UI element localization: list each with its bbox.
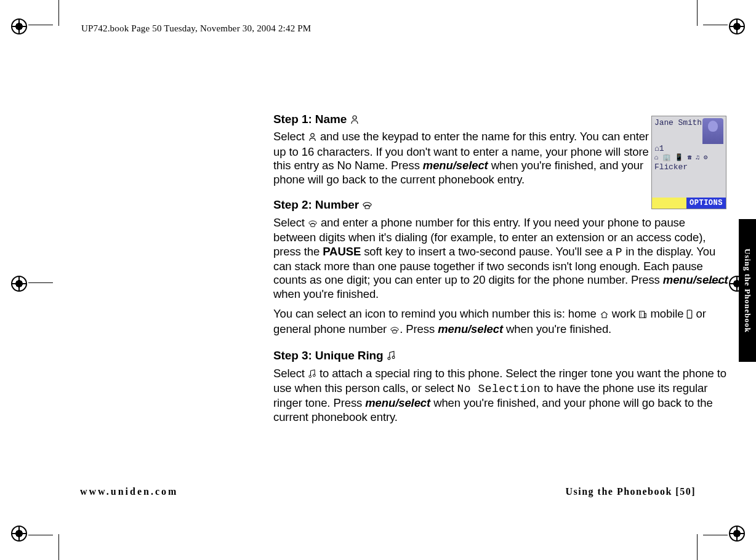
phone-row: ⌂1	[654, 144, 723, 154]
music-note-icon	[308, 368, 316, 382]
work-icon	[638, 308, 647, 322]
key-label: menu/select	[365, 396, 430, 409]
telephone-icon	[390, 324, 400, 338]
svg-point-1	[311, 134, 315, 137]
crop-line	[697, 534, 698, 560]
step2-title: Step 2: Number	[273, 198, 362, 211]
crop-line	[28, 282, 53, 283]
footer-url: www.uniden.com	[80, 486, 178, 497]
svg-rect-9	[688, 310, 693, 318]
page: UP742.book Page 50 Tuesday, November 30,…	[55, 15, 708, 530]
crop-mark-icon	[11, 18, 27, 34]
text: Select	[273, 367, 308, 380]
step1-body: Select and use the keypad to enter the n…	[273, 130, 649, 186]
key-label: menu/select	[663, 273, 728, 286]
key-label: PAUSE	[323, 245, 361, 258]
person-icon	[308, 131, 317, 145]
footer-title: Using the Phonebook [50]	[565, 486, 696, 497]
phone-screenshot: Jane Smith ⌂1 ⌂ 🏢 📱 ☎ ♫ ⚙ Flicker OPTION…	[651, 116, 726, 209]
key-label: menu/select	[438, 322, 503, 335]
crop-line	[703, 535, 728, 535]
svg-point-16	[313, 374, 315, 377]
crop-mark-icon	[729, 526, 745, 542]
key-label: menu/select	[423, 159, 488, 172]
crop-line	[28, 535, 53, 535]
text: when you're finished.	[503, 322, 611, 335]
crop-line	[28, 25, 53, 25]
crop-mark-icon	[11, 276, 27, 292]
step1-title: Step 1: Name	[273, 113, 350, 126]
mobile-icon	[686, 308, 693, 322]
contact-name: Jane Smith	[654, 118, 702, 128]
avatar-icon	[702, 118, 723, 144]
side-tab: Using the Phonebook	[739, 219, 756, 362]
text: You can select an icon to remind you whi…	[273, 307, 600, 320]
telephone-icon	[362, 199, 372, 213]
text: when you're finished.	[273, 287, 379, 300]
telephone-icon	[308, 217, 318, 231]
display-text: No Selection	[457, 383, 541, 395]
softkey-left	[652, 198, 686, 209]
display-char: P	[616, 246, 622, 258]
softkey-options: OPTIONS	[686, 198, 726, 209]
home-icon	[600, 308, 609, 322]
step3-title: Step 3: Unique Ring	[273, 349, 387, 362]
svg-point-0	[353, 116, 356, 119]
step3-heading: Step 3: Unique Ring	[273, 348, 729, 364]
music-note-icon	[387, 350, 396, 364]
phone-row: Flicker	[654, 162, 723, 172]
text: soft key to insert a two-second pause. Y…	[361, 245, 616, 258]
svg-rect-4	[640, 311, 645, 318]
text: Select	[273, 130, 308, 143]
crop-mark-icon	[729, 18, 745, 34]
page-footer: www.uniden.com Using the Phonebook [50]	[55, 486, 708, 497]
step3-body: Select to attach a special ring to this …	[273, 367, 729, 425]
body-text: Jane Smith ⌂1 ⌂ 🏢 📱 ☎ ♫ ⚙ Flicker OPTION…	[273, 101, 729, 430]
crop-mark-icon	[11, 526, 27, 542]
phone-row: ⌂ 🏢 📱 ☎ ♫ ⚙	[654, 154, 723, 162]
person-icon	[350, 113, 360, 127]
svg-rect-5	[645, 314, 646, 318]
text: mobile	[647, 307, 686, 320]
page-header: UP742.book Page 50 Tuesday, November 30,…	[81, 23, 311, 34]
step2-body-2: You can select an icon to remind you whi…	[273, 307, 729, 337]
text: work	[609, 307, 639, 320]
text: Select	[273, 216, 308, 229]
crop-line	[58, 534, 59, 560]
text: . Press	[400, 322, 438, 335]
svg-point-13	[392, 356, 395, 359]
step2-body-1: Select and enter a phone number for this…	[273, 216, 729, 302]
